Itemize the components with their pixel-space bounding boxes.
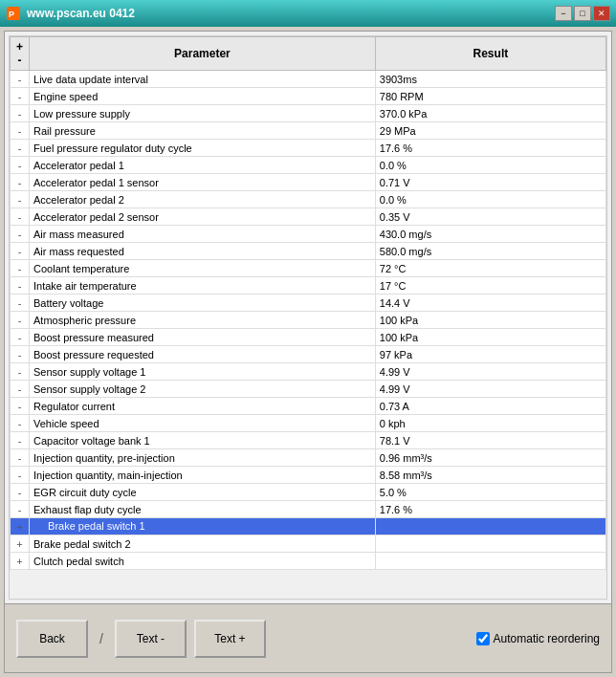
window-controls: − □ ✕ [555, 6, 610, 21]
row-toggle[interactable]: - [11, 174, 30, 191]
row-result: 0.35 V [375, 208, 605, 226]
row-toggle[interactable]: - [11, 140, 30, 157]
row-toggle[interactable]: - [11, 501, 30, 518]
text-minus-button[interactable]: Text - [115, 620, 187, 658]
row-toggle[interactable]: - [11, 312, 30, 329]
row-parameter: Rail pressure [30, 122, 376, 140]
bottom-toolbar: Back / Text - Text + Automatic reorderin… [5, 603, 611, 672]
row-result: 0 kph [375, 415, 605, 432]
table-row: -Accelerator pedal 20.0 % [11, 191, 606, 208]
row-toggle[interactable]: - [11, 71, 30, 88]
table-row: -Battery voltage14.4 V [11, 295, 606, 312]
row-toggle[interactable]: - [11, 208, 30, 226]
minimize-button[interactable]: − [555, 6, 572, 21]
row-toggle[interactable]: - [11, 329, 30, 346]
row-toggle[interactable]: - [11, 381, 30, 398]
row-result: 370.0 kPa [375, 105, 605, 122]
row-parameter: Air mass measured [30, 226, 376, 243]
row-result: 17.6 % [375, 140, 605, 157]
row-toggle[interactable]: - [11, 467, 30, 484]
table-row: + Brake pedal switch 1 [11, 518, 606, 535]
row-parameter: Low pressure supply [30, 105, 376, 122]
row-result: 14.4 V [375, 295, 605, 312]
auto-reorder-checkbox[interactable] [476, 632, 490, 645]
table-row: -Accelerator pedal 2 sensor0.35 V [11, 208, 606, 226]
row-toggle[interactable]: - [11, 88, 30, 105]
result-header: Result [375, 37, 605, 71]
row-toggle[interactable]: - [11, 191, 30, 208]
row-result: 0.71 V [375, 174, 605, 191]
row-parameter: Boost pressure requested [30, 346, 376, 363]
row-toggle[interactable]: - [11, 157, 30, 174]
row-toggle[interactable]: - [11, 226, 30, 243]
row-result: 580.0 mg/s [375, 243, 605, 260]
data-table-container[interactable]: + - Parameter Result -Live data update i… [9, 35, 607, 600]
row-parameter: Atmospheric pressure [30, 312, 376, 329]
table-row: -Accelerator pedal 1 sensor0.71 V [11, 174, 606, 191]
parameter-header: Parameter [30, 37, 376, 71]
table-row: -Fuel pressure regulator duty cycle17.6 … [11, 140, 606, 157]
window-title: www.pscan.eu 0412 [27, 7, 549, 20]
row-toggle[interactable]: - [11, 363, 30, 381]
row-parameter: Fuel pressure regulator duty cycle [30, 140, 376, 157]
table-row: -EGR circuit duty cycle5.0 % [11, 484, 606, 501]
row-result: 29 MPa [375, 122, 605, 140]
row-parameter: EGR circuit duty cycle [30, 484, 376, 501]
row-result: 4.99 V [375, 363, 605, 381]
table-row: -Capacitor voltage bank 178.1 V [11, 432, 606, 449]
row-toggle[interactable]: - [11, 346, 30, 363]
row-toggle[interactable]: - [11, 484, 30, 501]
row-toggle[interactable]: - [11, 415, 30, 432]
row-parameter: Regulator current [30, 398, 376, 415]
row-parameter: Sensor supply voltage 1 [30, 363, 376, 381]
table-row: -Atmospheric pressure100 kPa [11, 312, 606, 329]
row-parameter: Injection quantity, main-injection [30, 467, 376, 484]
row-parameter: Accelerator pedal 1 [30, 157, 376, 174]
row-toggle[interactable]: - [11, 432, 30, 449]
auto-reorder-label: Automatic reordering [494, 632, 600, 645]
table-row: -Vehicle speed0 kph [11, 415, 606, 432]
row-toggle[interactable]: - [11, 260, 30, 277]
app-icon: P [6, 6, 21, 21]
row-result: 8.58 mm³/s [375, 467, 605, 484]
row-toggle[interactable]: + [11, 518, 30, 535]
table-row: -Sensor supply voltage 14.99 V [11, 363, 606, 381]
row-parameter: Accelerator pedal 1 sensor [30, 174, 376, 191]
row-toggle[interactable]: - [11, 398, 30, 415]
row-result: 100 kPa [375, 329, 605, 346]
table-row: -Air mass measured430.0 mg/s [11, 226, 606, 243]
row-toggle[interactable]: - [11, 105, 30, 122]
row-toggle[interactable]: - [11, 295, 30, 312]
table-row: -Boost pressure measured100 kPa [11, 329, 606, 346]
row-result: 78.1 V [375, 432, 605, 449]
table-row: -Rail pressure29 MPa [11, 122, 606, 140]
row-parameter: Brake pedal switch 1 [30, 518, 376, 535]
table-row: -Air mass requested580.0 mg/s [11, 243, 606, 260]
table-row: -Injection quantity, pre-injection0.96 m… [11, 449, 606, 467]
table-row: -Accelerator pedal 10.0 % [11, 157, 606, 174]
row-result: 0.73 A [375, 398, 605, 415]
row-toggle[interactable]: - [11, 277, 30, 295]
row-parameter: Injection quantity, pre-injection [30, 449, 376, 467]
row-result: 97 kPa [375, 346, 605, 363]
row-toggle[interactable]: + [11, 553, 30, 570]
row-result: 780 RPM [375, 88, 605, 105]
row-result: 17.6 % [375, 501, 605, 518]
row-parameter: Engine speed [30, 88, 376, 105]
row-result: 430.0 mg/s [375, 226, 605, 243]
row-toggle[interactable]: - [11, 122, 30, 140]
back-button[interactable]: Back [16, 620, 88, 658]
maximize-button[interactable]: □ [574, 6, 591, 21]
toggle-header: + - [11, 37, 30, 71]
main-content: + - Parameter Result -Live data update i… [4, 31, 612, 673]
row-parameter: Sensor supply voltage 2 [30, 381, 376, 398]
row-parameter: Vehicle speed [30, 415, 376, 432]
row-toggle[interactable]: - [11, 243, 30, 260]
row-result: 0.96 mm³/s [375, 449, 605, 467]
row-parameter: Battery voltage [30, 295, 376, 312]
close-button[interactable]: ✕ [593, 6, 610, 21]
text-plus-button[interactable]: Text + [194, 620, 266, 658]
table-row: -Exhaust flap duty cycle17.6 % [11, 501, 606, 518]
row-toggle[interactable]: - [11, 449, 30, 467]
row-toggle[interactable]: + [11, 535, 30, 553]
